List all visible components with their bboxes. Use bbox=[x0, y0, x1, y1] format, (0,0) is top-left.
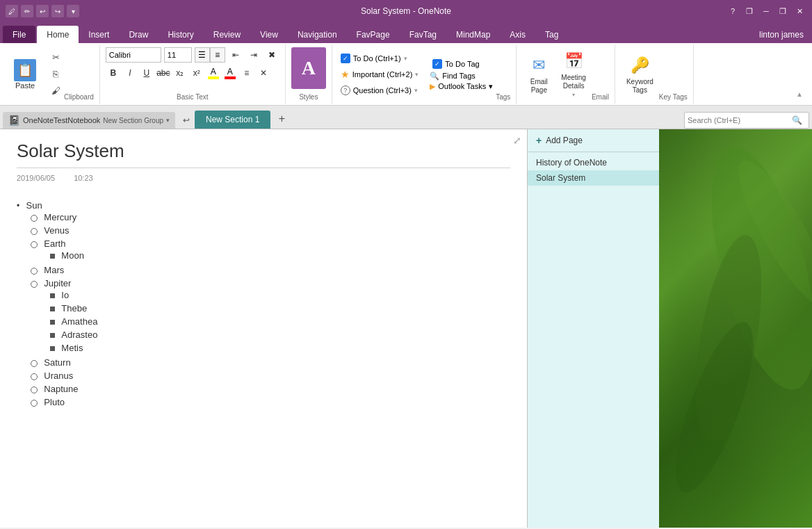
question-tag[interactable]: ? Question (Ctrl+3) ▾ bbox=[338, 84, 422, 97]
background-image bbox=[659, 129, 812, 528]
tab-mindmap[interactable]: MindMap bbox=[446, 26, 500, 43]
superscript-button[interactable]: x² bbox=[189, 65, 204, 81]
question-arrow[interactable]: ▾ bbox=[414, 87, 418, 94]
add-page-label: Add Page bbox=[546, 136, 583, 145]
meeting-details-button[interactable]: 📅 MeetingDetails ▾ bbox=[555, 47, 592, 101]
expand-button[interactable]: ⤢ bbox=[513, 135, 521, 146]
keyword-tags-button[interactable]: 🔑 KeywordTags bbox=[621, 51, 659, 97]
find-tags-button[interactable]: 🔍 Find Tags bbox=[430, 72, 493, 81]
styles-label: Styles bbox=[299, 92, 318, 101]
list-buttons: ☰ ≡ bbox=[195, 47, 225, 63]
todo-tag[interactable]: ✓ To Do (Ctrl+1) ▾ bbox=[338, 52, 422, 65]
important-arrow[interactable]: ▾ bbox=[415, 71, 419, 78]
italic-button[interactable]: I bbox=[122, 65, 138, 81]
title-bar: 🖊 ✏ ↩ ↪ ▾ Solar System - OneNote ? ❐ ─ ❐… bbox=[0, 0, 812, 22]
redo-icon[interactable]: ↪ bbox=[51, 5, 64, 17]
tab-favpage[interactable]: FavPage bbox=[347, 26, 400, 43]
styles-icon: A bbox=[302, 57, 316, 79]
help-button[interactable]: ? bbox=[726, 4, 740, 18]
more-icon[interactable]: ▾ bbox=[67, 5, 79, 17]
paste-button[interactable]: 📋 Paste bbox=[8, 56, 42, 92]
clear-format-button[interactable]: ✖ bbox=[264, 47, 279, 63]
clear-button[interactable]: ✕ bbox=[256, 65, 271, 81]
minimize-button[interactable]: ─ bbox=[759, 4, 773, 18]
tab-insert[interactable]: Insert bbox=[79, 26, 119, 43]
metis-bullet bbox=[50, 346, 55, 351]
bullet-list-button[interactable]: ☰ bbox=[195, 47, 210, 63]
text-color-button[interactable]: A bbox=[222, 65, 238, 81]
tab-draw[interactable]: Draw bbox=[119, 26, 158, 43]
history-label: History of OneNote bbox=[528, 152, 659, 170]
outline-content: Sun Mercury Venus bbox=[17, 199, 510, 410]
undo-icon[interactable]: ↩ bbox=[36, 5, 49, 17]
mars-label: Mars bbox=[44, 265, 64, 275]
subscript-button[interactable]: x₂ bbox=[172, 65, 188, 81]
align-left-button[interactable]: ≡ bbox=[239, 65, 254, 81]
add-page-button[interactable]: + Add Page bbox=[528, 129, 659, 152]
underline-button[interactable]: U bbox=[139, 65, 154, 81]
tab-axis[interactable]: Axis bbox=[500, 26, 535, 43]
keytags-label: Key Tags bbox=[659, 92, 688, 101]
close-button[interactable]: ✕ bbox=[793, 4, 806, 18]
collapse-button[interactable]: ▲ bbox=[793, 87, 806, 101]
todo-tag-checkbox: ✓ bbox=[432, 59, 442, 69]
user-name[interactable]: linton james bbox=[751, 26, 812, 43]
font-size[interactable] bbox=[164, 47, 192, 63]
outlook-tasks-button[interactable]: ▶ Outlook Tasks ▾ bbox=[430, 82, 493, 91]
tab-navigation[interactable]: Navigation bbox=[288, 26, 347, 43]
page-item-solar-system[interactable]: Solar System bbox=[528, 170, 659, 186]
tab-tag[interactable]: Tag bbox=[535, 26, 568, 43]
strikethrough-button[interactable]: abc bbox=[156, 65, 171, 81]
numbered-list-button[interactable]: ≡ bbox=[210, 47, 225, 63]
list-item-amathea: Amathea bbox=[50, 315, 510, 328]
tab-history[interactable]: History bbox=[158, 26, 203, 43]
add-section-button[interactable]: + bbox=[272, 109, 291, 129]
question-label: Question (Ctrl+3) bbox=[353, 86, 412, 95]
search-box[interactable]: 🔍 bbox=[684, 112, 809, 129]
section-tab-new-section-1[interactable]: New Section 1 bbox=[195, 111, 270, 129]
search-input[interactable] bbox=[688, 116, 792, 124]
jupiter-label: Jupiter bbox=[44, 278, 71, 288]
window-controls: ? ❐ ─ ❐ ✕ bbox=[726, 4, 806, 18]
format-painter-button[interactable]: 🖌 bbox=[47, 83, 64, 99]
font-selector[interactable] bbox=[106, 47, 161, 63]
meeting-icon: 📅 bbox=[562, 50, 585, 72]
maximize-button[interactable]: ❐ bbox=[776, 4, 790, 18]
bold-button[interactable]: B bbox=[106, 65, 121, 81]
note-content: ⤢ Solar System 2019/06/05 10:23 Sun Merc… bbox=[0, 129, 527, 528]
tab-favtag[interactable]: FavTag bbox=[400, 26, 446, 43]
clipboard-label: Clipboard bbox=[64, 92, 94, 101]
metis-label: Metis bbox=[61, 343, 83, 353]
cut-button[interactable]: ✂ bbox=[47, 50, 64, 65]
todo-tag-button[interactable]: ✓ To Do Tag bbox=[430, 58, 493, 70]
restore-button[interactable]: ❐ bbox=[742, 4, 756, 18]
amathea-label: Amathea bbox=[61, 316, 97, 327]
search-icon[interactable]: 🔍 bbox=[792, 115, 802, 125]
ribbon-tab-bar: File Home Insert Draw History Review Vie… bbox=[0, 22, 812, 43]
outlook-arrow: ▾ bbox=[489, 82, 493, 91]
styles-button[interactable]: A bbox=[291, 47, 326, 89]
tab-home[interactable]: Home bbox=[37, 26, 79, 43]
copy-button[interactable]: ⎘ bbox=[47, 67, 64, 82]
amathea-bullet bbox=[50, 320, 55, 325]
pluto-label: Pluto bbox=[44, 397, 65, 407]
pen-icon[interactable]: ✏ bbox=[21, 5, 33, 17]
increase-indent-button[interactable]: ⇥ bbox=[246, 47, 261, 63]
section-undo-button[interactable]: ↩ bbox=[178, 112, 195, 129]
mars-bullet bbox=[31, 268, 38, 275]
email-icon: ✉ bbox=[528, 54, 550, 76]
important-tag[interactable]: ★ Important (Ctrl+2) ▾ bbox=[338, 67, 422, 81]
tab-file[interactable]: File bbox=[3, 26, 35, 43]
naptune-label: Naptune bbox=[44, 384, 78, 394]
tab-view[interactable]: View bbox=[250, 26, 288, 43]
decrease-indent-button[interactable]: ⇤ bbox=[228, 47, 243, 63]
venus-bullet bbox=[31, 228, 38, 235]
list-item-pluto: Pluto bbox=[31, 396, 510, 409]
email-page-button[interactable]: ✉ EmailPage bbox=[522, 51, 555, 97]
highlight-button[interactable]: A bbox=[206, 65, 221, 81]
tab-review[interactable]: Review bbox=[204, 26, 250, 43]
format-row: B I U abc x₂ x² A A ≡ ✕ bbox=[106, 65, 271, 81]
notebook-selector[interactable]: 📓 OneNoteTestNotebook New Section Group … bbox=[3, 112, 175, 129]
todo-arrow[interactable]: ▾ bbox=[404, 55, 407, 62]
question-icon: ? bbox=[341, 86, 350, 95]
